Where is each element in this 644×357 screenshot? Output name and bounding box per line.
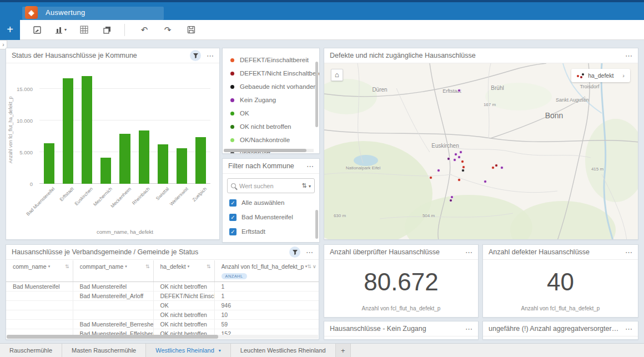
aggregat-header: ungefähre (!) Anzahl aggregatversorgter … (483, 321, 638, 336)
legend-item: Gebaeude nicht vorhanden (230, 80, 316, 93)
filter-panel-title: Filter nach Kommune (228, 162, 301, 170)
map-feature-point (457, 89, 461, 92)
map-feature-point (500, 166, 504, 169)
table-menu-button[interactable]: ⋯ (306, 248, 313, 257)
duplicate-button[interactable] (98, 22, 117, 38)
filter-menu-button[interactable]: ⋯ (306, 162, 314, 170)
kpi-defect-menu-button[interactable]: ⋯ (625, 248, 632, 257)
kpi-checked-value: 80.672 (324, 268, 478, 296)
column-header-ha_defekt[interactable]: ha_defekt▾⇅ (153, 260, 214, 281)
checkbox-icon[interactable]: ✓ (229, 243, 237, 243)
map-place-label: Bonn (545, 111, 564, 120)
checkbox-icon[interactable]: ✓ (229, 199, 237, 207)
map-feature-point (437, 169, 440, 172)
x-tick-label: Rheinbach (131, 186, 151, 206)
x-tick-label: Erftstadt (59, 186, 75, 202)
checkbox-icon[interactable]: ✓ (229, 214, 237, 221)
column-header-commpart_name[interactable]: commpart_name▾⇅ (73, 260, 153, 281)
bar-Weilerswist[interactable] (177, 148, 187, 184)
map-menu-button[interactable]: ⋯ (625, 52, 632, 60)
chevron-down-icon: ▾ (188, 264, 190, 269)
edit-mode-button[interactable] (28, 22, 47, 38)
tab-options-icon[interactable]: ▾ (219, 348, 221, 353)
sheet-tab-bar: RauschermühleMasten RauschermühleWestlic… (0, 343, 644, 357)
table-row[interactable]: Bad Muenstereifel_ArloffDEFEKT/Nicht Ein… (6, 291, 319, 300)
sheet-tab-westliches-rheinland[interactable]: Westliches Rheinland▾ (146, 344, 231, 357)
bar-Meckenheim[interactable] (119, 134, 130, 184)
bar-Bad Muenstereifel[interactable] (44, 143, 54, 184)
sort-button[interactable]: ⇅ ▾ (301, 182, 311, 189)
table-hscroll-thumb[interactable] (7, 335, 218, 339)
duplicate-icon (103, 26, 112, 34)
sort-icon[interactable]: ⇅ (145, 264, 151, 269)
legend-label: DEFEKT/Nicht Einschaltbereit (240, 70, 320, 77)
legend-scrollbar[interactable] (315, 62, 318, 127)
map-feature-point (491, 166, 495, 169)
sort-icon[interactable]: ⇅ (207, 264, 212, 269)
legend-item: OK nicht betroffen (230, 120, 316, 133)
aggregat-menu-button[interactable]: ⋯ (625, 325, 632, 333)
app-logo-icon: ◈ (25, 6, 38, 19)
configure-icon (292, 249, 298, 255)
sheet-tab-masten-rauschermühle[interactable]: Masten Rauschermühle (62, 344, 146, 357)
table-row[interactable]: OK nicht betroffen10 (6, 310, 319, 319)
bar-Swisttal[interactable] (158, 144, 168, 184)
map-feature-point (453, 158, 456, 162)
table-row[interactable]: Bad Muenstereifel_EffelsbergOK nicht bet… (6, 329, 319, 335)
bar-Mechernich[interactable] (100, 158, 111, 184)
filter-option-list: ✓Alle auswählen✓Bad Muenstereifel✓Erftst… (223, 195, 319, 243)
filter-scrollbar[interactable] (315, 210, 318, 239)
table-hscroll-track[interactable] (7, 335, 318, 339)
undo-button[interactable]: ↶ (135, 22, 154, 38)
filter-search-input[interactable] (239, 183, 301, 189)
table-cell: OK nicht betroffen (153, 329, 214, 335)
redo-button[interactable]: ↷ (158, 22, 177, 38)
map-home-button[interactable]: ⌂ (331, 69, 343, 81)
table-row[interactable]: Bad Muenstereifel_BerresheimOK nicht bet… (6, 319, 319, 329)
kpi-checked-menu-button[interactable]: ⋯ (465, 248, 472, 257)
redo-icon: ↷ (164, 25, 172, 35)
kein-zugang-menu-button[interactable]: ⋯ (465, 325, 472, 333)
filter-option[interactable]: ✓Bad Muenstereifel (223, 210, 319, 224)
edit-icon (33, 26, 42, 34)
legend-hscroll-track[interactable] (224, 149, 314, 152)
save-button[interactable] (182, 22, 200, 38)
table-row[interactable]: Bad MuenstereifelBad MuenstereifelOK nic… (6, 281, 319, 291)
filter-option[interactable]: ✓Euskirchen (223, 239, 319, 243)
table-cell: Bad Muenstereifel_Effelsberg (73, 329, 153, 335)
table-cell (6, 300, 73, 310)
map-layer-chip[interactable]: ha_defekt › (571, 69, 630, 82)
checkbox-icon[interactable]: ✓ (229, 228, 237, 235)
bar-Erftstadt[interactable] (63, 78, 73, 184)
table-row[interactable]: OK946 (6, 300, 319, 310)
legend-dot-icon (230, 98, 234, 102)
column-header-comm_name[interactable]: comm_name▾⇅ (6, 260, 73, 281)
grid-icon (80, 26, 88, 34)
map-place-label: Düren (372, 87, 387, 93)
chart-menu-button[interactable]: ⋯ (207, 52, 214, 60)
chevron-right-icon: › (622, 72, 625, 79)
grid-layout-button[interactable] (74, 22, 93, 38)
bar-Zuelpich[interactable] (195, 137, 206, 184)
table-cell: 946 (214, 300, 319, 310)
chart-action-button[interactable] (190, 50, 201, 61)
chart-y-ticks: 05.00010.00015.000 (14, 72, 37, 184)
filter-option[interactable]: ✓Alle auswählen (223, 195, 319, 210)
sort-icon[interactable]: ⇅ (307, 264, 313, 269)
sheet-tab-leuchten-westliches-rheinland[interactable]: Leuchten Westliches Rheinland (231, 344, 336, 357)
add-element-button[interactable]: + (0, 20, 20, 40)
column-header-Anzahl von fcl_flut_ha_defekt_p[interactable]: Anzahl von fcl_flut_ha_defekt_p▾⇅ ∨Anzah… (214, 260, 319, 281)
filter-option[interactable]: ✓Erftstadt (223, 224, 319, 239)
data-table: comm_name▾⇅commpart_name▾⇅ha_defekt▾⇅Anz… (6, 260, 319, 335)
sheet-tab-rauschermühle[interactable]: Rauschermühle (0, 344, 62, 357)
table-cell (6, 310, 73, 319)
bar-Rheinbach[interactable] (139, 130, 149, 184)
toolbar-divider (124, 24, 125, 36)
table-action-button[interactable] (289, 247, 300, 258)
add-sheet-button[interactable]: + (336, 344, 351, 357)
aggregat-title: ungefähre (!) Anzahl aggregatversorgter … (489, 325, 620, 333)
sort-icon[interactable]: ⇅ (65, 264, 71, 269)
map-body[interactable]: DürenErftstadtBrühlTroisdorfSankt August… (324, 63, 638, 239)
chart-type-button[interactable]: ▾ (51, 22, 70, 38)
bar-Euskirchen[interactable] (82, 76, 92, 184)
